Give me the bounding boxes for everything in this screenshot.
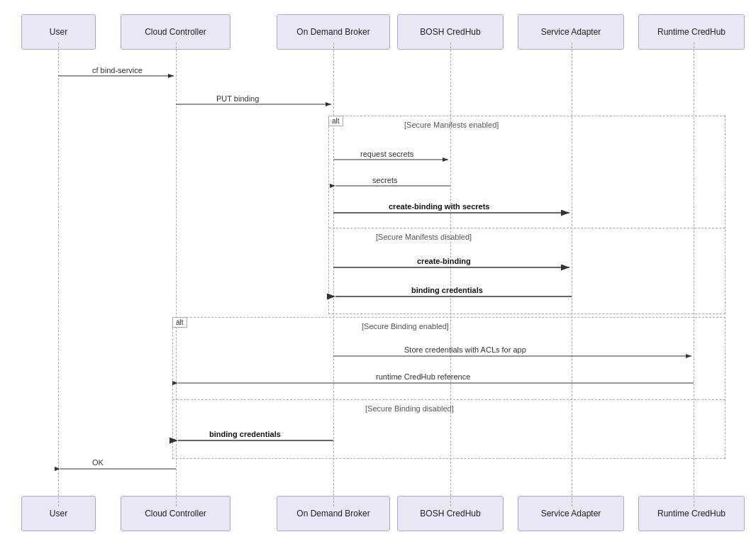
alt-label-1: alt (328, 116, 343, 126)
alt-box-2: alt (172, 317, 726, 459)
alt-condition-2a: [Secure Binding enabled] (362, 322, 449, 331)
actor-runtime-credhub-bottom: Runtime CredHub (638, 496, 745, 531)
alt-condition-1b: [Secure Manifests disabled] (376, 233, 472, 241)
actor-service-adapter-bottom: Service Adapter (518, 496, 624, 531)
lifeline-user (58, 43, 59, 506)
actor-runtime-credhub-top: Runtime CredHub (638, 14, 745, 50)
svg-text:OK: OK (92, 458, 104, 467)
alt-condition-2b: [Secure Binding disabled] (365, 404, 454, 413)
alt-condition-1a: [Secure Manifests enabled] (404, 121, 499, 129)
sequence-diagram: User Cloud Controller On Demand Broker B… (0, 0, 756, 549)
actor-service-adapter-top: Service Adapter (518, 14, 624, 50)
svg-text:PUT binding: PUT binding (216, 94, 259, 103)
alt-label-2: alt (172, 317, 187, 328)
svg-text:cf bind-service: cf bind-service (92, 66, 143, 74)
alt-box-1: alt (328, 116, 726, 314)
